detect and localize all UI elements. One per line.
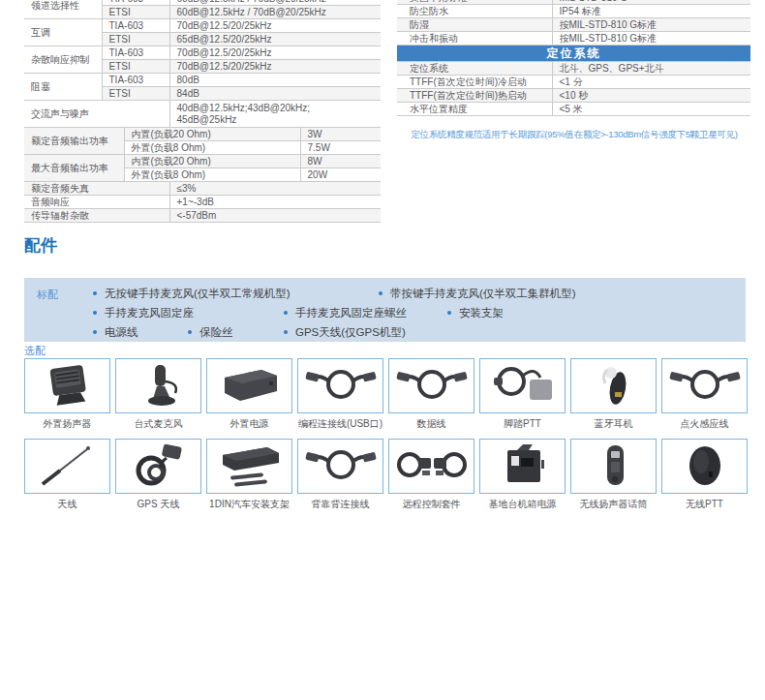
antenna-icon xyxy=(24,439,110,494)
standard-accessory-item: 手持麦克风固定座 xyxy=(93,306,284,320)
spec-label: 阻塞 xyxy=(24,74,102,101)
accessory-label: 保险丝 xyxy=(199,325,233,340)
speaker-icon xyxy=(24,358,110,413)
spec-value: 70dB@12.5/20/25kHz xyxy=(169,46,381,60)
bullet-icon xyxy=(188,330,192,334)
table-row: 额定音频失真≤3% xyxy=(24,182,381,196)
spec-standard: TIA-603 xyxy=(102,46,169,60)
cable-icon xyxy=(388,358,474,413)
standard-accessory-row: 无按键手持麦克风(仅半双工常规机型)带按键手持麦克风(仅半双工集群机型) xyxy=(93,284,746,303)
standard-accessory-item: 电源线 xyxy=(93,325,188,340)
table-row: 定位系统北斗、GPS、GPS+北斗 xyxy=(397,62,750,76)
table-row: 额定音频输出功率内置(负载20 Ohm)3W xyxy=(24,128,381,141)
table-row: 杂散响应抑制TIA-60370dB@12.5/20/25kHz xyxy=(24,46,381,60)
spec-sub-condition: 内置(负载20 Ohm) xyxy=(124,128,300,141)
spec-label: 冲击和振动 xyxy=(397,32,552,46)
spec-value: <-57dBm xyxy=(169,209,381,223)
optional-accessories-grid: 外置扬声器台式麦克风外置电源编程连接线(USB口)数据线脚踏PTT蓝牙耳机点火感… xyxy=(24,358,748,511)
spec-value: <1 分 xyxy=(552,76,750,89)
rf-performance-table: 领道选择性TIA-60360dB@12.5kHz / 70dB@20/25kHz… xyxy=(24,0,381,223)
spec-value: 40dB@12.5kHz;43dB@20kHz; 45dB@25kHz xyxy=(169,101,381,128)
cable-icon xyxy=(661,358,748,413)
environment-positioning-column: 美国军用标准MIL-STD-810 G防尘防水IP54 标准防湿按MIL-STD… xyxy=(397,0,750,141)
accessory-label: 带按键手持麦克风(仅半双工集群机型) xyxy=(390,287,576,301)
accessory-cell: 无线扬声器话筒 xyxy=(570,439,657,511)
table-row: 防尘防水IP54 标准 xyxy=(397,5,750,18)
standard-accessory-item: 无按键手持麦克风(仅半双工常规机型) xyxy=(93,287,379,301)
standard-accessory-item: GPS天线(仅GPS机型) xyxy=(284,325,406,340)
accessory-name: 1DIN汽车安装支架 xyxy=(206,498,292,511)
accessory-cell: 背靠背连接线 xyxy=(297,439,383,511)
spec-label: TTFF(首次定位时间)冷启动 xyxy=(397,76,552,89)
optional-config-label: 选配 xyxy=(24,344,46,358)
spec-value: ≤3% xyxy=(169,182,381,196)
desk-mic-icon xyxy=(115,358,201,413)
spec-label: 传导辐射杂散 xyxy=(24,209,169,223)
accessory-cell: 点火感应线 xyxy=(661,358,748,431)
table-row: 音频响应+1~-3dB xyxy=(24,196,381,209)
spec-sub-condition: 外置(负载8 Ohm) xyxy=(124,168,300,182)
headset-icon xyxy=(570,358,657,413)
accessory-cell: 外置扬声器 xyxy=(24,358,110,431)
spec-standard: ETSI xyxy=(102,87,169,101)
standard-accessory-row: 电源线保险丝GPS天线(仅GPS机型) xyxy=(93,322,746,342)
spec-sub-condition: 内置(负载20 Ohm) xyxy=(124,155,300,168)
accessory-name: GPS 天线 xyxy=(115,498,201,511)
accessory-name: 远程控制套件 xyxy=(388,498,474,511)
spec-label: 互调 xyxy=(24,19,102,46)
power-box-icon xyxy=(206,358,292,413)
accessory-cell: 脚踏PTT xyxy=(479,358,566,431)
spec-value: 60dB@12.5kHz / 70dB@20/25kHz xyxy=(169,6,381,19)
spec-page: { "colors": { "accent_blue": "#3f80c3", … xyxy=(0,0,765,700)
accessory-name: 基地台机箱电源 xyxy=(479,498,566,511)
spec-standard: TIA-603 xyxy=(102,74,169,87)
spec-value: <10 秒 xyxy=(552,89,750,103)
pedal-icon xyxy=(479,358,566,413)
spec-label: 额定音频输出功率 xyxy=(24,128,124,155)
accessory-label: 手持麦克风固定座 xyxy=(105,306,194,320)
accessory-cell: 无线PTT xyxy=(661,439,748,511)
accessory-cell: 台式麦克风 xyxy=(115,358,201,431)
standard-accessories-list: 无按键手持麦克风(仅半双工常规机型)带按键手持麦克风(仅半双工集群机型)手持麦克… xyxy=(93,284,746,342)
accessory-cell: GPS 天线 xyxy=(115,439,201,511)
table-row: 互调TIA-60370dB@12.5/20/25kHz xyxy=(24,19,381,33)
bullet-icon xyxy=(447,311,451,315)
spec-value: 8W xyxy=(300,155,381,168)
spec-label: 防湿 xyxy=(397,18,552,32)
standard-accessory-row: 手持麦克风固定座手持麦克风固定座螺丝安装支架 xyxy=(93,303,746,322)
accessory-name: 数据线 xyxy=(388,417,474,431)
spec-value: 70dB@12.5/20/25kHz xyxy=(169,60,381,74)
spec-label: 音频响应 xyxy=(24,196,169,209)
spec-standard: ETSI xyxy=(102,6,169,19)
accessory-cell: 外置电源 xyxy=(206,358,292,431)
spec-value: +1~-3dB xyxy=(169,196,381,209)
table-row: TTFF(首次定位时间)冷启动<1 分 xyxy=(397,76,750,89)
standard-accessory-item: 带按键手持麦克风(仅半双工集群机型) xyxy=(379,287,576,301)
accessories-heading: 配件 xyxy=(24,234,57,257)
ptt-icon xyxy=(661,439,748,494)
spec-value: 北斗、GPS、GPS+北斗 xyxy=(552,62,750,76)
table-row: 传导辐射杂散<-57dBm xyxy=(24,209,381,223)
spec-label: 杂散响应抑制 xyxy=(24,46,102,74)
spec-sub-condition: 外置(负载8 Ohm) xyxy=(124,141,300,155)
standard-config-label: 标配 xyxy=(37,284,93,342)
cable-icon xyxy=(297,439,383,494)
accessory-cell: 编程连接线(USB口) xyxy=(297,358,383,431)
spec-label: 水平位置精度 xyxy=(397,103,552,116)
accessory-name: 无线扬声器话筒 xyxy=(570,498,657,511)
hand-mic-icon xyxy=(570,439,657,494)
table-row: 水平位置精度<5 米 xyxy=(397,103,750,116)
accessory-name: 台式麦克风 xyxy=(115,417,201,431)
accessory-cell: 基地台机箱电源 xyxy=(479,439,566,511)
cable-icon xyxy=(297,358,383,413)
spec-value: 65dB@12.5/20/25kHz xyxy=(169,33,381,46)
accessory-label: 电源线 xyxy=(105,325,138,340)
table-row: 冲击和振动按MIL-STD-810 G标准 xyxy=(397,32,750,46)
spec-value: 按MIL-STD-810 G标准 xyxy=(552,18,750,32)
spec-value: IP54 标准 xyxy=(552,5,750,18)
accessory-name: 蓝牙耳机 xyxy=(570,417,657,431)
environment-table-wrap: 美国军用标准MIL-STD-810 G防尘防水IP54 标准防湿按MIL-STD… xyxy=(397,0,750,46)
spec-standard: TIA-603 xyxy=(102,19,169,33)
accessory-label: GPS天线(仅GPS机型) xyxy=(295,325,406,340)
accessory-cell: 数据线 xyxy=(388,358,474,431)
